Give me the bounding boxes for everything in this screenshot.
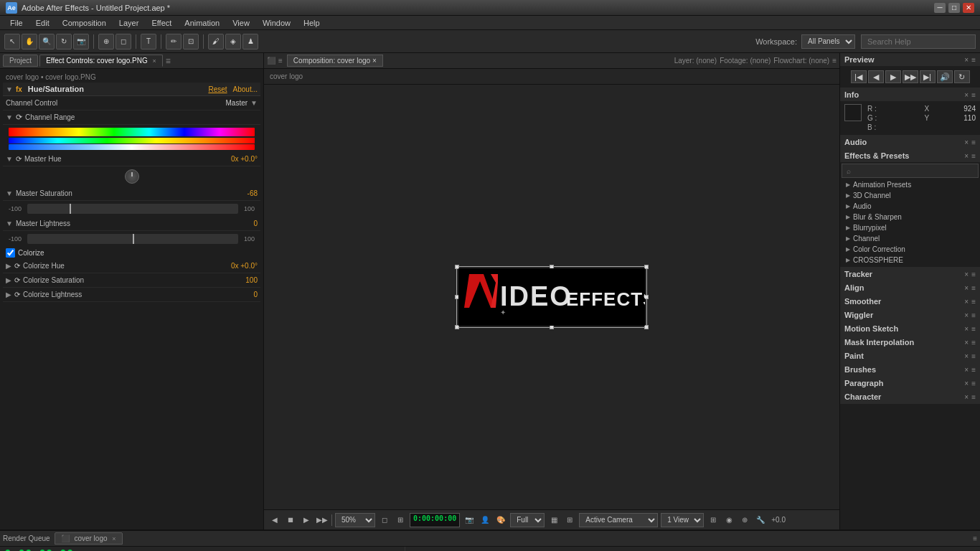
prev-back-frame[interactable]: ◀	[868, 70, 884, 83]
audio-close[interactable]: ×	[964, 138, 969, 146]
tracker-menu[interactable]: ≡	[971, 270, 976, 278]
tool-puppet[interactable]: ♟	[242, 34, 258, 50]
viewer-icon-7[interactable]: ⊞	[563, 514, 576, 527]
menu-layer[interactable]: Layer	[113, 17, 145, 29]
channel-range-expand[interactable]: ▼	[6, 113, 13, 121]
logo-container[interactable]: IDEO ✦ EFFECTS.IR	[458, 268, 645, 326]
menu-animation[interactable]: Animation	[179, 17, 225, 29]
audio-menu[interactable]: ≡	[971, 138, 976, 146]
viewer-nav-left[interactable]: ◀	[268, 514, 281, 527]
tool-zoom[interactable]: 🔍	[39, 34, 55, 50]
motion-sketch-menu[interactable]: ≡	[971, 325, 976, 333]
workspace-select[interactable]: All Panels	[801, 34, 855, 49]
info-close[interactable]: ×	[964, 91, 969, 99]
about-button[interactable]: About...	[233, 85, 258, 93]
close-timeline-tab[interactable]: ×	[112, 535, 116, 542]
category-crossphere[interactable]: ▶ CROSSPHERE	[842, 255, 979, 265]
mask-interp-menu[interactable]: ≡	[971, 339, 976, 347]
tracker-header[interactable]: Tracker × ≡	[840, 268, 980, 281]
timeline-menu-btn[interactable]: ≡	[973, 534, 977, 542]
ch-expand[interactable]: ▶	[6, 262, 11, 270]
preview-close[interactable]: ×	[964, 56, 969, 64]
tab-project[interactable]: Project	[3, 55, 38, 67]
effects-search-input[interactable]	[842, 164, 979, 178]
category-audio[interactable]: ▶ Audio	[842, 201, 979, 212]
motion-sketch-close[interactable]: ×	[964, 325, 969, 333]
viewer-icon-11[interactable]: 🔧	[754, 514, 767, 527]
colorize-checkbox[interactable]	[6, 248, 15, 258]
menu-view[interactable]: View	[227, 17, 255, 29]
viewer-icon-1[interactable]: ◻	[378, 514, 391, 527]
prev-to-start[interactable]: |◀	[851, 70, 867, 83]
hue-dial[interactable]	[125, 169, 139, 184]
prev-audio[interactable]: 🔊	[937, 70, 953, 83]
menu-composition[interactable]: Composition	[57, 17, 112, 29]
menu-help[interactable]: Help	[298, 17, 326, 29]
preview-menu[interactable]: ≡	[971, 56, 976, 64]
smoother-close[interactable]: ×	[964, 298, 969, 306]
effects-presets-header[interactable]: Effects & Presets × ≡	[840, 149, 980, 162]
view-select[interactable]: 1 View	[661, 513, 704, 527]
menu-file[interactable]: File	[4, 17, 29, 29]
tool-text[interactable]: T	[141, 34, 156, 50]
render-queue-tab[interactable]: Render Queue	[3, 534, 50, 542]
sat-expand[interactable]: ▼	[6, 189, 13, 197]
category-blurrypixel[interactable]: ▶ Blurrypixel	[842, 222, 979, 233]
tab-effect-controls[interactable]: Effect Controls: cover logo.PNG ×	[39, 55, 163, 67]
align-menu[interactable]: ≡	[971, 284, 976, 292]
character-menu[interactable]: ≡	[971, 393, 976, 401]
master-lightness-value[interactable]: 0	[215, 220, 258, 227]
sat-slider[interactable]	[27, 204, 238, 214]
reset-button[interactable]: Reset	[208, 85, 227, 93]
camera-select[interactable]: Active Camera	[579, 513, 658, 527]
tool-arrow[interactable]: ↖	[4, 34, 20, 50]
comp-panel-menu[interactable]: ≡	[832, 57, 837, 65]
mask-interp-header[interactable]: Mask Interpolation × ≡	[840, 336, 980, 349]
wiggler-header[interactable]: Wiggler × ≡	[840, 309, 980, 321]
tool-mask[interactable]: ◻	[116, 34, 131, 50]
timecode-display-tl[interactable]: 0:00:00:00	[4, 547, 73, 551]
tab-composition-cover[interactable]: Composition: cover logo ×	[287, 55, 383, 67]
master-hue-expand[interactable]: ▼	[6, 155, 13, 163]
close-button[interactable]: ✕	[963, 3, 974, 13]
menu-window[interactable]: Window	[257, 17, 296, 29]
wiggler-close[interactable]: ×	[964, 311, 969, 319]
cl-expand[interactable]: ▶	[6, 291, 11, 298]
tool-anchor[interactable]: ⊕	[98, 34, 114, 50]
viewer-icon-10[interactable]: ⊕	[738, 514, 751, 527]
tool-eraser[interactable]: ◈	[225, 34, 241, 50]
category-animation-presets[interactable]: ▶ Animation Presets	[842, 179, 979, 190]
paragraph-menu[interactable]: ≡	[971, 380, 976, 387]
search-help-input[interactable]	[861, 34, 976, 49]
zoom-select[interactable]: 50% 100%	[335, 513, 375, 527]
info-header[interactable]: Info × ≡	[840, 88, 980, 101]
viewer-icon-4[interactable]: 👤	[479, 514, 491, 527]
menu-effect[interactable]: Effect	[146, 17, 177, 29]
master-saturation-value[interactable]: -68	[215, 189, 258, 197]
tool-hand[interactable]: ✋	[22, 34, 37, 50]
character-close[interactable]: ×	[964, 393, 969, 401]
category-color-correction[interactable]: ▶ Color Correction	[842, 244, 979, 255]
viewer-icon-2[interactable]: ⊞	[394, 514, 407, 527]
master-hue-value[interactable]: 0x +0.0°	[215, 155, 258, 163]
tool-camera[interactable]: 📷	[73, 34, 89, 50]
paint-close[interactable]: ×	[964, 352, 969, 360]
tool-stamp[interactable]: ⊡	[183, 34, 199, 50]
viewer-icon-5[interactable]: 🎨	[494, 514, 507, 527]
preview-header[interactable]: Preview × ≡	[840, 53, 980, 66]
motion-sketch-header[interactable]: Motion Sketch × ≡	[840, 322, 980, 335]
paint-menu[interactable]: ≡	[971, 352, 976, 360]
colorize-light-value[interactable]: 0	[215, 291, 258, 298]
viewer-play[interactable]: ▶	[300, 514, 313, 527]
smoother-menu[interactable]: ≡	[971, 298, 976, 306]
prev-ram-preview[interactable]: ▶▶	[903, 70, 918, 83]
light-expand[interactable]: ▼	[6, 220, 13, 227]
category-3d-channel[interactable]: ▶ 3D Channel	[842, 190, 979, 201]
character-header[interactable]: Character × ≡	[840, 390, 980, 403]
colorize-sat-value[interactable]: 100	[215, 276, 258, 284]
close-comp-tab[interactable]: ×	[372, 57, 377, 65]
maximize-button[interactable]: □	[948, 3, 960, 13]
prev-to-end[interactable]: ▶|	[920, 70, 936, 83]
viewer-icon-3[interactable]: 📷	[463, 514, 476, 527]
quality-select[interactable]: Full Half	[510, 513, 545, 527]
